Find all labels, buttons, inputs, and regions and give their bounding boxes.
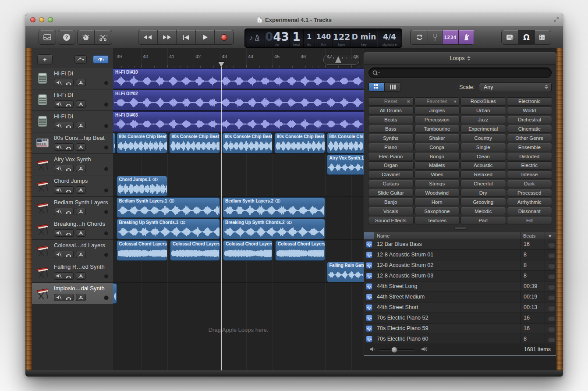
window-resize-icon[interactable] [553,17,559,22]
loop-row[interactable]: 12-8 Acoustic Strum 028 [364,260,556,271]
editors-button[interactable]: ✳✳ [95,30,112,44]
catch-playhead-button[interactable] [93,55,109,64]
zoom-button[interactable] [48,17,53,22]
column-view-button[interactable] [385,82,401,92]
keyword-button-part[interactable]: Part [460,216,506,224]
favorite-column-header[interactable]: ♥ [549,233,552,238]
keyword-button-cinematic[interactable]: Cinematic [507,125,553,133]
keyword-button-jingles[interactable]: Jingles [414,107,460,115]
keyword-button-bongo[interactable]: Bongo [414,152,460,160]
keyword-button-textures[interactable]: Textures [414,216,460,224]
library-button[interactable] [39,30,56,45]
mute-button[interactable] [54,100,64,108]
keyword-button-horn[interactable]: Horn [414,198,460,206]
keyword-button-synths[interactable]: Synths [368,134,414,142]
title-bar[interactable]: ♪ Experimenal 4.1 - Tracks [25,14,563,26]
mute-button[interactable] [54,165,64,172]
lcd-tick[interactable]: 140 tick [315,29,333,47]
keyword-button-all-drums[interactable]: All Drums [368,107,414,115]
track-header[interactable]: Breaking…h Chords [32,218,113,240]
mute-button[interactable] [54,294,64,301]
track-level-knob[interactable] [104,252,109,257]
scale-dropdown[interactable]: Any [479,82,552,92]
loop-browser-button[interactable]: Ω [518,30,535,44]
track-level-knob[interactable] [104,102,109,107]
favorite-checkbox[interactable] [548,242,556,248]
keyword-button-beats[interactable]: Beats [368,116,414,124]
keyword-button-reset[interactable]: Reset⊗ [368,97,414,106]
quick-help-button[interactable]: ? [58,30,75,45]
track-header[interactable]: Falling R…ed Synth [32,261,113,283]
go-to-beginning-button[interactable] [177,30,196,44]
playhead-marker[interactable] [218,62,224,67]
lcd-mode-section[interactable]: ♪ [245,29,265,47]
keyword-button-world[interactable]: World [507,107,553,115]
keyword-button-dissonant[interactable]: Dissonant [507,207,553,215]
track-level-knob[interactable] [104,231,109,236]
region[interactable]: Colossal Chord Layers [275,240,325,261]
keyword-button-electric[interactable]: Electric [507,161,553,170]
keyword-button-ensemble[interactable]: Ensemble [507,143,553,151]
solo-button[interactable] [64,143,74,151]
solo-button[interactable] [64,272,74,280]
keyword-button-woodwind[interactable]: Woodwind [414,189,460,197]
forward-button[interactable] [158,30,177,44]
region[interactable]: Bedlam Synth Layers.1 [117,197,220,218]
keyword-button-bass[interactable]: Bass [368,125,414,133]
keyword-button-percussion[interactable]: Percussion [414,116,460,124]
button-view-button[interactable] [368,82,385,92]
input-monitoring-button[interactable] [76,79,86,86]
keyword-button-organ[interactable]: Organ [368,161,414,170]
track-header[interactable]: Hi-Fi DI [32,89,113,111]
keyword-button-guitars[interactable]: Guitars [368,180,414,188]
track-level-knob[interactable] [104,295,109,300]
mute-button[interactable] [54,186,64,194]
smart-controls-button[interactable] [78,30,95,44]
input-monitoring-button[interactable] [76,186,86,194]
keyword-button-clavinet[interactable]: Clavinet [368,171,414,179]
automation-button[interactable] [74,55,87,64]
keyword-button-elec-piano[interactable]: Elec Piano [368,152,414,160]
lcd-signature[interactable]: 4/4 signature [377,29,402,47]
favorite-checkbox[interactable] [548,263,556,269]
loop-browser-header[interactable]: Loops [364,53,556,64]
region[interactable]: Airy Vox Synth.1 [327,154,364,175]
input-monitoring-button[interactable] [76,272,86,280]
solo-button[interactable] [64,186,74,194]
track-level-knob[interactable] [104,81,109,85]
zoom-slider-thumb[interactable] [335,56,341,63]
lcd-key[interactable]: D min key [351,29,377,47]
keyword-button-orchestral[interactable]: Orchestral [507,116,553,124]
loop-row[interactable]: 44th Street Medium00:19 [364,292,556,302]
solo-button[interactable] [64,79,74,86]
add-track-button[interactable]: + [37,54,53,64]
region[interactable]: 80s Console Chip Beat [117,133,167,153]
track-header[interactable]: Bedlam Synth Layers [32,197,113,218]
loop-row[interactable]: 12 Bar Blues Bass16 [364,239,556,250]
record-button[interactable] [215,30,233,44]
lcd-beat[interactable]: 1 beat [290,29,304,47]
solo-button[interactable] [64,100,74,108]
track-level-knob[interactable] [104,274,109,279]
keyword-button-arrhythmic[interactable]: Arrhythmic [507,198,553,206]
solo-button[interactable] [64,208,74,215]
keyword-button-sound-effects[interactable]: Sound Effects [368,216,414,224]
favorite-checkbox[interactable] [548,274,556,280]
input-monitoring-button[interactable] [76,122,86,129]
track-level-knob[interactable] [104,167,109,171]
favorite-checkbox[interactable] [548,284,556,290]
track-level-knob[interactable] [104,124,109,128]
region[interactable]: Bedlam Synth Layers.2 [223,197,325,218]
track-header[interactable]: Colossal…rd Layers [32,240,113,261]
keyword-button-cheerful[interactable]: Cheerful [460,180,506,188]
favorite-checkbox[interactable] [548,252,556,259]
keyword-button-experimental[interactable]: Experimental [460,125,506,133]
keyword-button-dark[interactable]: Dark [507,180,553,188]
keyword-button-mallets[interactable]: Mallets [414,161,460,170]
mute-button[interactable] [54,208,64,215]
lcd-bpm[interactable]: 122 bpm [333,29,351,47]
keyword-button-intense[interactable]: Intense [507,171,553,179]
input-monitoring-button[interactable] [76,143,86,151]
keyword-button-saxophone[interactable]: Saxophone [414,207,460,215]
region[interactable]: Breaking Up Synth Chords.2 [223,219,325,239]
